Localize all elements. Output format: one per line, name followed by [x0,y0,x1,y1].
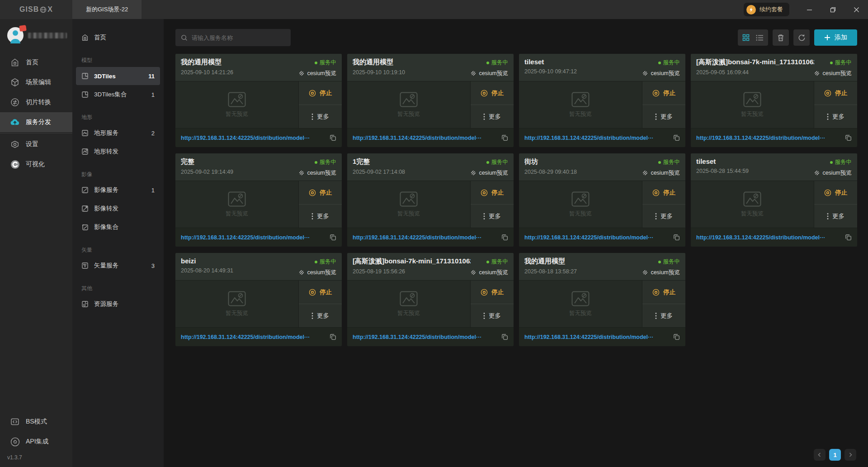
cesium-preview-link[interactable]: cesium预览 [299,70,336,77]
stop-button[interactable]: 停止 [642,181,685,205]
page-number-current[interactable]: 1 [829,449,841,461]
stop-button[interactable]: 停止 [642,81,685,105]
more-button[interactable]: 更多 [299,205,342,228]
stop-button[interactable]: 停止 [814,81,857,105]
submenu-item-terrain-service[interactable]: 地形服务 2 [76,124,160,142]
sidebar-item-settings[interactable]: 设置 [0,134,72,154]
more-button[interactable]: 更多 [642,105,685,128]
cesium-preview-link[interactable]: cesium预览 [642,70,680,77]
stop-button[interactable]: 停止 [471,281,514,304]
renew-plan-button[interactable]: 续约套餐 [744,3,789,16]
submenu-item-count: 1 [151,91,155,98]
submenu-item-3dtiles-collection[interactable]: 3DTiles集合 1 [76,86,160,104]
stop-button[interactable]: 停止 [471,81,514,105]
more-button[interactable]: 更多 [299,105,342,128]
more-dots-icon [311,113,313,120]
sidebar-item-home[interactable]: 首页 [0,52,72,72]
copy-icon[interactable] [845,234,852,241]
submenu-item-vector-service[interactable]: 矢量服务 3 [76,257,160,275]
close-button[interactable] [844,0,868,19]
more-button[interactable]: 更多 [814,205,857,228]
more-button[interactable]: 更多 [299,304,342,327]
card-footer: http://192.168.31.124:42225/distribution… [691,228,857,247]
cesium-preview-link[interactable]: cesium预览 [642,169,680,177]
copy-icon[interactable] [845,134,852,141]
cesium-preview-link[interactable]: cesium预览 [299,169,336,177]
user-profile[interactable] [0,19,72,52]
copy-icon[interactable] [673,234,680,241]
more-button[interactable]: 更多 [471,205,514,228]
service-url-link[interactable]: http://192.168.31.124:42225/distribution… [696,135,841,141]
recycle-bin-button[interactable] [773,29,789,46]
minimize-button[interactable] [797,0,821,19]
add-service-button[interactable]: 添加 [814,29,857,46]
service-url-link[interactable]: http://192.168.31.124:42225/distribution… [181,135,326,141]
service-created-time: 2025-08-18 13:58:27 [524,268,642,275]
service-url-link[interactable]: http://192.168.31.124:42225/distribution… [353,334,498,340]
cesium-preview-link[interactable]: cesium预览 [471,70,508,77]
search-input[interactable] [192,34,285,41]
service-url-link[interactable]: http://192.168.31.124:42225/distribution… [524,135,670,141]
refresh-button[interactable] [793,29,810,46]
more-button[interactable]: 更多 [642,304,685,327]
service-title: tileset [696,157,814,165]
service-url-link[interactable]: http://192.168.31.124:42225/distribution… [181,234,326,241]
service-url-link[interactable]: http://192.168.31.124:42225/distribution… [353,135,498,141]
sidebar-item-slice-convert[interactable]: 切片转换 [0,92,72,112]
sidebar-item-scene-edit[interactable]: 场景编辑 [0,72,72,92]
prev-page-button[interactable] [814,449,826,461]
submenu-item-terrain-forward[interactable]: 地形转发 [76,143,160,161]
list-view-icon[interactable] [756,34,764,41]
cesium-preview-link[interactable]: cesium预览 [814,169,852,177]
service-url-link[interactable]: http://192.168.31.124:42225/distribution… [524,334,670,340]
more-dots-icon [311,213,313,220]
sidebar-item-bs-mode[interactable]: BS模式 [0,412,72,432]
copy-icon[interactable] [501,234,508,241]
grid-view-icon[interactable] [742,34,750,41]
sidebar-item-visualization[interactable]: 可视化 [0,154,72,174]
submenu-item-3dtiles[interactable]: 3DTiles 11 [76,67,160,85]
card-body: 暂无预览 停止 更多 [175,280,342,327]
submenu-item-imagery-forward[interactable]: 影像转发 [76,200,160,218]
more-button[interactable]: 更多 [814,105,857,128]
scene-tab[interactable]: 新的GIS场景-22 [72,0,142,19]
more-button[interactable]: 更多 [642,205,685,228]
more-button[interactable]: 更多 [471,304,514,327]
service-url-link[interactable]: http://192.168.31.124:42225/distribution… [353,234,498,241]
stop-button[interactable]: 停止 [471,181,514,205]
copy-icon[interactable] [330,134,336,141]
minimize-icon [807,7,812,13]
cesium-preview-link[interactable]: cesium预览 [299,269,336,276]
status-badge: 服务中 [486,158,509,166]
submenu-item-home[interactable]: 首页 [76,29,160,47]
copy-icon[interactable] [330,234,336,241]
cesium-preview-link[interactable]: cesium预览 [471,169,508,177]
more-button[interactable]: 更多 [471,105,514,128]
stop-button[interactable]: 停止 [299,81,342,105]
no-image-icon [400,291,418,306]
next-page-button[interactable] [844,449,856,461]
cesium-preview-link[interactable]: cesium预览 [471,269,508,276]
restore-button[interactable] [821,0,844,19]
submenu-item-resource-service[interactable]: 资源服务 [76,295,160,313]
cesium-preview-link[interactable]: cesium预览 [642,269,680,276]
copy-icon[interactable] [501,134,508,141]
stop-button[interactable]: 停止 [299,181,342,205]
submenu-item-imagery-collection[interactable]: 影像集合 [76,218,160,236]
cesium-preview-label: cesium预览 [822,169,852,177]
stop-button[interactable]: 停止 [814,181,857,205]
sidebar-item-service-distribution[interactable]: 服务分发 [0,112,72,132]
sidebar-item-api-integration[interactable]: API集成 [0,432,72,452]
copy-icon[interactable] [501,334,508,340]
stop-button[interactable]: 停止 [642,281,685,304]
stop-button[interactable]: 停止 [299,281,342,304]
copy-icon[interactable] [673,334,680,340]
service-url-link[interactable]: http://192.168.31.124:42225/distribution… [696,234,841,241]
cesium-preview-link[interactable]: cesium预览 [814,70,852,77]
copy-icon[interactable] [330,334,336,340]
submenu-item-count: 3 [151,262,155,269]
service-url-link[interactable]: http://192.168.31.124:42225/distribution… [524,234,670,241]
service-url-link[interactable]: http://192.168.31.124:42225/distribution… [181,334,326,340]
submenu-item-imagery-service[interactable]: 影像服务 1 [76,181,160,199]
copy-icon[interactable] [673,134,680,141]
